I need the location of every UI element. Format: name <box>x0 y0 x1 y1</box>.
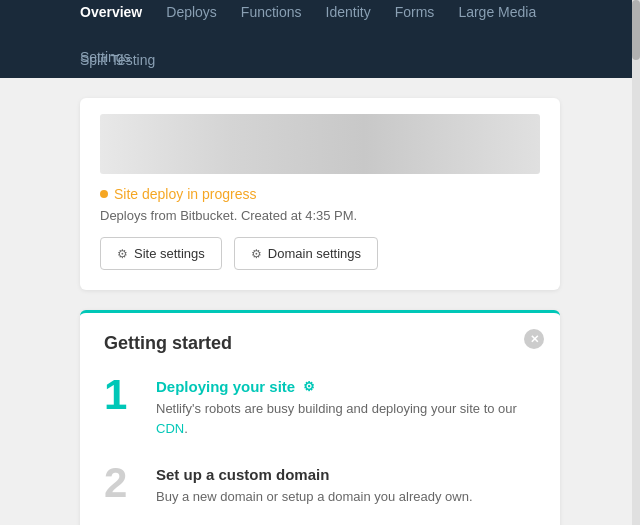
step-1-content: Deploying your site ⚙ Netlify's robots a… <box>156 374 536 438</box>
step-1-number: 1 <box>104 374 140 416</box>
deploy-meta: Deploys from Bitbucket. Created at 4:35 … <box>100 208 540 223</box>
nav-item-functions[interactable]: Functions <box>241 0 302 24</box>
deploy-status-text: Site deploy in progress <box>114 186 256 202</box>
domain-settings-button[interactable]: ⚙ Domain settings <box>234 237 378 270</box>
deploy-status: Site deploy in progress <box>100 186 540 202</box>
site-preview-image <box>100 114 540 174</box>
step-2-number: 2 <box>104 462 140 504</box>
cdn-link[interactable]: CDN <box>156 421 184 436</box>
main-content: Site deploy in progress Deploys from Bit… <box>0 78 640 525</box>
site-settings-button[interactable]: ⚙ Site settings <box>100 237 222 270</box>
nav-item-large-media[interactable]: Large Media <box>458 0 536 24</box>
step-2-content: Set up a custom domain Buy a new domain … <box>156 462 473 507</box>
site-card: Site deploy in progress Deploys from Bit… <box>80 98 560 290</box>
nav-item-settings[interactable]: Settings <box>80 49 131 65</box>
scrollbar-track <box>632 0 640 525</box>
nav-item-forms[interactable]: Forms <box>395 0 435 24</box>
nav-item-overview[interactable]: Overview <box>80 0 142 24</box>
gear-icon: ⚙ <box>117 247 128 261</box>
step-2-desc: Buy a new domain or setup a domain you a… <box>156 487 473 507</box>
step-2: 2 Set up a custom domain Buy a new domai… <box>104 462 536 507</box>
navbar: Overview Deploys Functions Identity Form… <box>0 0 640 48</box>
gear-icon-2: ⚙ <box>251 247 262 261</box>
step-1-desc: Netlify's robots are busy building and d… <box>156 399 536 438</box>
getting-started-title: Getting started <box>104 333 536 354</box>
getting-started-card: ✕ Getting started 1 Deploying your site … <box>80 310 560 525</box>
status-dot-icon <box>100 190 108 198</box>
nav-item-deploys[interactable]: Deploys <box>166 0 217 24</box>
step-2-title: Set up a custom domain <box>156 466 473 483</box>
close-button[interactable]: ✕ <box>524 329 544 349</box>
step-1-gear-icon[interactable]: ⚙ <box>303 379 315 394</box>
step-1: 1 Deploying your site ⚙ Netlify's robots… <box>104 374 536 438</box>
scrollbar-thumb[interactable] <box>632 0 640 60</box>
navbar-second-row: Settings <box>0 48 640 78</box>
btn-group: ⚙ Site settings ⚙ Domain settings <box>100 237 540 270</box>
nav-item-identity[interactable]: Identity <box>326 0 371 24</box>
step-1-title: Deploying your site ⚙ <box>156 378 536 395</box>
